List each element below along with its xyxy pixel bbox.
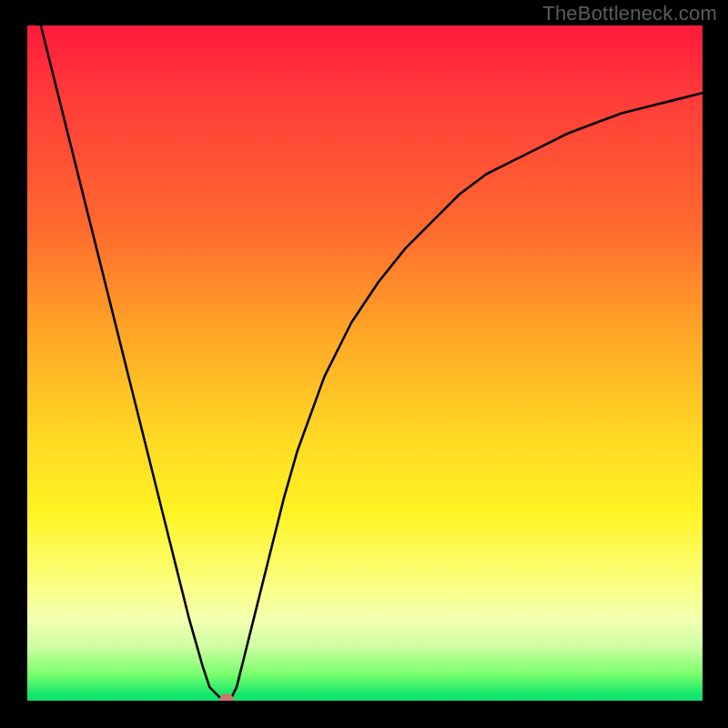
chart-frame: TheBottleneck.com <box>0 0 728 728</box>
watermark-label: TheBottleneck.com <box>542 2 717 25</box>
bottleneck-curve <box>27 25 703 701</box>
plot-area <box>27 25 703 701</box>
curve-path <box>27 25 703 701</box>
